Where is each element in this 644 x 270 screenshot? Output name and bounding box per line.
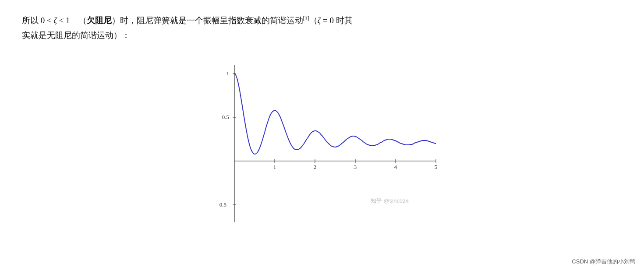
svg-text:-0.5: -0.5 xyxy=(217,201,226,208)
oscillation-curve xyxy=(234,74,436,154)
svg-text:3: 3 xyxy=(354,164,357,170)
damped-oscillation-chart: 1 0.5 -0.5 1 2 3 4 xyxy=(199,56,445,240)
svg-text:0.5: 0.5 xyxy=(222,114,229,120)
footer-credit: CSDN @弹吉他的小刘鸭 xyxy=(572,258,635,266)
reference: [3] xyxy=(303,15,309,21)
text-line2: 实就是无阻尼的简谐运动）： xyxy=(22,31,130,40)
description-text: 所以 0 ≤ ζ < 1 （欠阻尼）时，阻尼弹簧就是一个振幅呈指数衰减的简谐运动… xyxy=(22,13,622,43)
svg-text:1: 1 xyxy=(226,70,230,77)
watermark-text: 知乎 @sincezxl xyxy=(371,197,410,205)
chart-container: 1 0.5 -0.5 1 2 3 4 xyxy=(22,56,622,231)
svg-text:5: 5 xyxy=(435,164,438,170)
svg-text:2: 2 xyxy=(314,164,317,170)
text-line1: 所以 0 ≤ ζ < 1 （欠阻尼）时，阻尼弹簧就是一个振幅呈指数衰减的简谐运动… xyxy=(22,16,353,25)
chart-wrapper: 1 0.5 -0.5 1 2 3 4 xyxy=(199,56,445,231)
svg-text:4: 4 xyxy=(394,164,397,170)
svg-text:1: 1 xyxy=(273,164,276,170)
